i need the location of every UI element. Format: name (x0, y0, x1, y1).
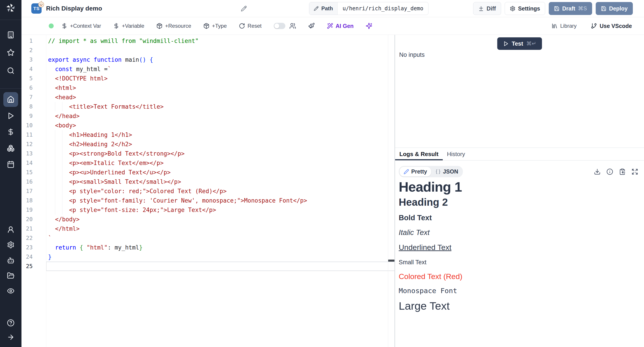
line-content[interactable]: <p style="color: red;">Colored Text (Red… (46, 186, 394, 196)
line-content[interactable]: <p><strong>Bold Text</strong></p> (46, 149, 394, 158)
line-content[interactable]: </head> (46, 111, 394, 121)
code-line-24[interactable]: 24} (22, 252, 394, 262)
code-line-8[interactable]: 8 <title>Text Formats</title> (22, 102, 394, 111)
code-line-17[interactable]: 17 <p style="color: red;">Colored Text (… (22, 186, 394, 196)
pretty-view-button[interactable]: Pretty (399, 166, 431, 177)
code-line-13[interactable]: 13 <p><strong>Bold Text</strong></p> (22, 149, 394, 158)
code-line-22[interactable]: 22` (22, 234, 394, 243)
tab-history[interactable]: History (443, 148, 469, 160)
line-number[interactable]: 10 (22, 121, 46, 130)
multiplayer-users-icon[interactable] (289, 22, 296, 29)
code-line-1[interactable]: 1// import * as wmill from "windmill-cli… (22, 36, 394, 46)
add-variable-button[interactable]: +Variable (113, 23, 144, 29)
expand-fullscreen-icon[interactable] (632, 168, 638, 175)
line-content[interactable]: return { "html": my_html} (46, 243, 394, 252)
sidebar-item-runs-play-icon[interactable] (7, 112, 14, 120)
line-number[interactable]: 19 (22, 205, 46, 215)
draft-button[interactable]: Draft ⌘S (549, 2, 592, 15)
line-number[interactable]: 2 (22, 46, 46, 55)
line-content[interactable]: export async function main() { (46, 55, 394, 64)
path-value[interactable]: u/henri/rich_display_demo (338, 2, 428, 15)
line-number[interactable]: 17 (22, 186, 46, 196)
line-number[interactable]: 20 (22, 215, 46, 224)
line-content[interactable]: </body> (46, 215, 394, 224)
line-number[interactable]: 7 (22, 92, 46, 102)
sidebar-item-schedules-calendar-icon[interactable] (7, 160, 14, 168)
line-number[interactable]: 16 (22, 177, 46, 186)
multiplayer-toggle[interactable] (274, 23, 285, 29)
code-line-21[interactable]: 21 </html> (22, 224, 394, 234)
line-content[interactable]: <h2>Heading 2</h2> (46, 140, 394, 149)
code-line-16[interactable]: 16 <p><small>Small Text</small></p> (22, 177, 394, 186)
code-line-19[interactable]: 19 <p style="font-size: 24px;">Large Tex… (22, 205, 394, 215)
line-content[interactable]: <head> (46, 92, 394, 102)
line-content[interactable] (46, 46, 394, 55)
line-content[interactable]: <html> (46, 83, 394, 92)
edit-summary-pencil-icon[interactable] (241, 6, 247, 12)
line-content[interactable]: <body> (46, 121, 394, 130)
sidebar-item-user-icon[interactable] (7, 226, 14, 234)
download-result-icon[interactable] (594, 168, 600, 175)
line-number[interactable]: 9 (22, 111, 46, 121)
sidebar-item-folders-icon[interactable] (7, 272, 14, 280)
line-content[interactable]: // import * as wmill from "windmill-clie… (46, 36, 394, 46)
line-number[interactable]: 21 (22, 224, 46, 234)
line-number[interactable]: 14 (22, 158, 46, 168)
test-button[interactable]: Test ⌘↵ (497, 37, 542, 50)
sidebar-item-help-icon[interactable] (7, 319, 14, 327)
sidebar-item-resources-boxes-icon[interactable] (7, 144, 14, 152)
line-number[interactable]: 6 (22, 83, 46, 92)
sidebar-item-favorites-star-icon[interactable] (7, 49, 14, 56)
ai-gen-button[interactable]: AI Gen (327, 23, 354, 29)
info-icon[interactable] (606, 168, 613, 175)
line-number[interactable]: 11 (22, 130, 46, 140)
path-control[interactable]: Path u/henri/rich_display_demo (309, 2, 428, 15)
line-content[interactable]: <p style="font-family: 'Courier New', mo… (46, 196, 394, 205)
sidebar-item-workers-bot-icon[interactable] (7, 257, 14, 264)
line-number[interactable]: 12 (22, 140, 46, 149)
code-line-9[interactable]: 9 </head> (22, 111, 394, 121)
code-line-15[interactable]: 15 <p><u>Underlined Text</u></p> (22, 168, 394, 177)
sidebar-item-variables-dollar-icon[interactable] (7, 128, 14, 136)
reset-button[interactable]: Reset (239, 23, 262, 29)
windmill-logo-icon[interactable] (5, 3, 16, 14)
sidebar-item-audit-eye-icon[interactable] (7, 287, 14, 295)
code-line-25[interactable]: 25 (22, 262, 394, 271)
code-line-14[interactable]: 14 <p><em>Italic Text</em></p> (22, 158, 394, 168)
code-line-23[interactable]: 23 return { "html": my_html} (22, 243, 394, 252)
line-number[interactable]: 24 (22, 252, 46, 262)
sparkles-icon[interactable] (366, 22, 372, 29)
code-editor[interactable]: 1// import * as wmill from "windmill-cli… (22, 35, 394, 347)
code-line-20[interactable]: 20 </body> (22, 215, 394, 224)
use-vscode-button[interactable]: Use VScode (591, 23, 632, 29)
line-number[interactable]: 3 (22, 55, 46, 64)
deploy-button[interactable]: Deploy (596, 2, 633, 15)
code-line-10[interactable]: 10 <body> (22, 121, 394, 130)
sidebar-item-home-icon[interactable] (3, 92, 18, 107)
format-code-brush-icon[interactable] (308, 22, 315, 29)
settings-button[interactable]: Settings (505, 2, 546, 15)
line-content[interactable]: <!DOCTYPE html> (46, 74, 394, 83)
code-line-12[interactable]: 12 <h2>Heading 2</h2> (22, 140, 394, 149)
scrollbar-track[interactable] (388, 35, 388, 347)
line-number[interactable]: 15 (22, 168, 46, 177)
line-content[interactable]: <p><small>Small Text</small></p> (46, 177, 394, 186)
line-number[interactable]: 4 (22, 64, 46, 74)
line-number[interactable]: 1 (22, 36, 46, 46)
line-number[interactable]: 22 (22, 234, 46, 243)
library-button[interactable]: Library (552, 23, 576, 29)
add-type-button[interactable]: +Type (203, 23, 227, 29)
line-number[interactable]: 13 (22, 149, 46, 158)
json-view-button[interactable]: JSON (431, 167, 462, 176)
line-number[interactable]: 25 (22, 262, 46, 271)
line-content[interactable]: ` (46, 234, 394, 243)
line-number[interactable]: 5 (22, 74, 46, 83)
code-line-7[interactable]: 7 <head> (22, 92, 394, 102)
code-line-2[interactable]: 2 (22, 46, 394, 55)
line-content[interactable]: <p style="font-size: 24px;">Large Text</… (46, 205, 394, 215)
line-content[interactable] (46, 262, 394, 271)
code-line-18[interactable]: 18 <p style="font-family: 'Courier New',… (22, 196, 394, 205)
line-content[interactable]: } (46, 252, 394, 262)
sidebar-expand-arrow-icon[interactable] (7, 333, 14, 341)
diff-button[interactable]: Diff (473, 2, 501, 15)
